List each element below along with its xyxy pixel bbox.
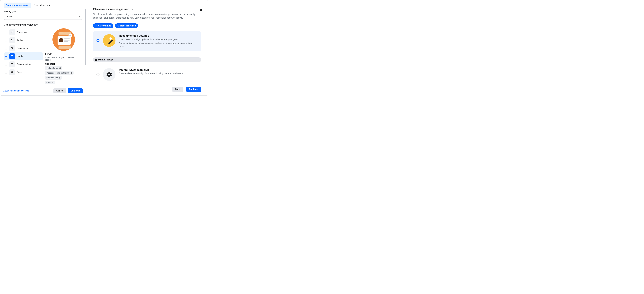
right-pane: Choose a campaign setup Create your lead… xyxy=(86,0,208,95)
recommended-title: Recommended settings xyxy=(119,34,198,37)
tab-create-new-campaign[interactable]: Create new campaign xyxy=(4,3,31,8)
radio-manual[interactable] xyxy=(96,73,100,76)
tabs: Create new campaign New ad set or ad xyxy=(0,3,86,8)
buying-type-select[interactable]: Auction xyxy=(4,14,82,20)
radio-app[interactable] xyxy=(5,63,7,66)
radio-traffic[interactable] xyxy=(5,39,7,42)
radio-leads[interactable] xyxy=(5,55,7,58)
left-body: Buying type Auction Choose a campaign ob… xyxy=(0,8,86,84)
campaign-modal: Create new campaign New ad set or ad Buy… xyxy=(0,0,208,96)
objective-label: Leads xyxy=(17,55,23,57)
people-icon xyxy=(9,61,15,67)
chevron-down-icon xyxy=(78,16,80,18)
objective-label: Awareness xyxy=(17,31,28,33)
about-objectives-link[interactable]: About campaign objectives xyxy=(3,90,29,92)
objective-row: Awareness Traffic Enga xyxy=(4,28,82,84)
left-pane: Create new campaign New ad set or ad Buy… xyxy=(0,0,86,95)
star-icon xyxy=(117,25,119,27)
objective-detail: Leads Collect leads for your business or… xyxy=(44,28,82,84)
scrollbar[interactable] xyxy=(84,9,86,84)
good-for-label: Good for: xyxy=(45,63,82,65)
svg-rect-4 xyxy=(64,40,70,41)
svg-rect-7 xyxy=(60,33,64,33)
good-for-chip: Conversions xyxy=(45,76,62,80)
info-icon xyxy=(59,67,61,69)
info-icon xyxy=(52,82,54,83)
tab-new-ad-set[interactable]: New ad set or ad xyxy=(32,3,53,8)
radio-engagement[interactable] xyxy=(5,47,7,50)
manual-leads-card[interactable]: Manual leads campaign Create a leads cam… xyxy=(93,65,201,84)
best-practices-pill: Best practices xyxy=(115,23,138,28)
right-footer: Back Continue xyxy=(93,87,201,95)
detail-title: Leads xyxy=(45,53,82,56)
svg-rect-24 xyxy=(109,37,112,40)
objective-traffic[interactable]: Traffic xyxy=(4,36,43,44)
gear-icon xyxy=(103,68,116,81)
radio-sales[interactable] xyxy=(5,71,7,74)
back-button[interactable]: Back xyxy=(172,87,183,92)
objective-list: Awareness Traffic Enga xyxy=(4,28,43,84)
left-footer: About campaign objectives Cancel Continu… xyxy=(0,86,86,95)
recommended-settings-card[interactable]: Recommended settings Use preset campaign… xyxy=(93,31,201,51)
objective-leads[interactable]: Leads xyxy=(4,52,43,60)
good-for-chip: Calls xyxy=(45,81,55,84)
scrollbar-thumb[interactable] xyxy=(85,9,86,65)
objective-app-promotion[interactable]: App promotion xyxy=(4,60,43,68)
objective-label: Sales xyxy=(17,71,22,73)
funnel-icon xyxy=(9,53,15,59)
svg-rect-8 xyxy=(60,34,66,34)
info-icon xyxy=(58,77,60,79)
info-icon xyxy=(95,59,97,61)
recommended-sub2: Preset settings include Advantage+ audie… xyxy=(119,42,198,48)
chat-icon xyxy=(9,45,15,51)
radio-awareness[interactable] xyxy=(5,31,7,34)
cursor-icon xyxy=(9,37,15,43)
good-for-chip: Instant forms xyxy=(45,66,62,70)
manual-title: Manual leads campaign xyxy=(119,68,184,71)
svg-rect-27 xyxy=(96,59,96,59)
radio-recommended[interactable] xyxy=(96,39,100,42)
buying-type-label: Buying type xyxy=(4,10,82,13)
continue-button-left[interactable]: Continue xyxy=(68,88,83,93)
objective-label: Traffic xyxy=(17,39,23,41)
wand-icon xyxy=(103,34,116,47)
objective-engagement[interactable]: Engagement xyxy=(4,44,43,52)
right-desc: Create your leads campaign using a recom… xyxy=(93,13,197,20)
recommended-sub1: Use preset campaign optimizations to hel… xyxy=(119,38,198,41)
close-left-icon[interactable] xyxy=(81,5,84,9)
close-right-icon[interactable] xyxy=(199,9,202,12)
briefcase-icon xyxy=(9,69,15,75)
right-title: Choose a campaign setup xyxy=(93,7,201,11)
objective-sales[interactable]: Sales xyxy=(4,68,43,76)
cancel-button[interactable]: Cancel xyxy=(54,88,66,93)
manual-setup-pill: Manual setup xyxy=(93,57,201,62)
tag-row: Streamlined Best practices xyxy=(93,23,201,28)
objective-label: Engagement xyxy=(17,47,29,49)
streamlined-pill: Streamlined xyxy=(93,23,113,28)
svg-rect-23 xyxy=(108,40,113,44)
objective-awareness[interactable]: Awareness xyxy=(4,28,43,36)
objective-section-label: Choose a campaign objective xyxy=(4,23,82,26)
buying-type-value: Auction xyxy=(6,16,13,18)
svg-rect-3 xyxy=(64,39,70,39)
info-icon xyxy=(70,72,72,74)
svg-rect-21 xyxy=(52,82,53,83)
detail-sub: Collect leads for your business or brand… xyxy=(45,56,82,61)
objective-label: App promotion xyxy=(17,63,31,65)
svg-rect-26 xyxy=(96,60,96,60)
leads-illustration xyxy=(52,28,75,51)
lightning-icon xyxy=(95,25,97,27)
continue-button-right[interactable]: Continue xyxy=(186,87,201,92)
good-for-chip: Messenger and Instagram xyxy=(45,71,74,75)
divider xyxy=(93,55,201,55)
svg-rect-10 xyxy=(58,46,71,49)
svg-rect-5 xyxy=(64,41,68,42)
manual-sub: Create a leads campaign from scratch usi… xyxy=(119,72,184,75)
megaphone-icon xyxy=(9,29,15,35)
